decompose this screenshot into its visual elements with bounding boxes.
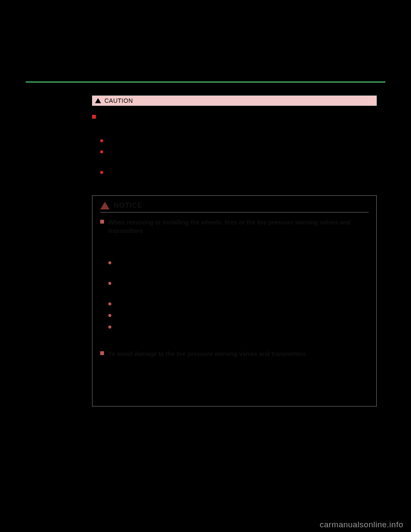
bullet-dot-icon xyxy=(108,326,111,329)
list-item: If any tire pressure warning valve and t… xyxy=(108,323,369,341)
square-bullet-icon xyxy=(100,220,104,224)
header-rule xyxy=(26,81,385,83)
list-item: If a window tint that affects the radio … xyxy=(100,148,377,166)
list-item: When the tire pressure warning valve and… xyxy=(108,312,369,321)
warning-triangle-icon xyxy=(95,98,101,103)
section-head: When removing or installing the wheels, … xyxy=(100,218,369,235)
square-bullet-icon xyxy=(100,351,104,355)
notice-label: NOTICE xyxy=(114,202,142,209)
section-title: To avoid damage to the tire pressure war… xyxy=(108,350,306,359)
bullet-text: If any tire pressure warning valve and t… xyxy=(116,323,369,341)
section-intro: In the following situations, the tire pr… xyxy=(108,238,369,256)
bullet-dot-icon xyxy=(108,261,111,264)
bullet-dot-icon xyxy=(108,282,111,285)
list-item: When a tire pressure warning valve and t… xyxy=(108,259,369,277)
section-head: To avoid damage to the tire pressure war… xyxy=(100,350,369,359)
bullet-dot-icon xyxy=(108,314,111,317)
bullet-list: When a wheel without a tire pressure war… xyxy=(100,137,377,187)
caution-label: CAUTION xyxy=(104,97,133,104)
bullet-text: If a tire pressure warning valve and tra… xyxy=(107,169,377,187)
notice-section-2: To avoid damage to the tire pressure war… xyxy=(100,350,369,397)
notice-box: NOTICE When removing or installing the w… xyxy=(92,195,377,406)
content-column: CAUTION Cautions regarding the use of th… xyxy=(92,96,377,406)
list-item: If a tire pressure warning valve and tra… xyxy=(100,169,377,187)
bullet-dot-icon xyxy=(100,139,103,142)
section-intro: In the following situations, turn the sy… xyxy=(100,125,377,134)
square-bullet-icon xyxy=(92,115,96,119)
bullet-text: If a window tint that affects the radio … xyxy=(107,148,377,166)
bullet-text: When a wheel without a tire pressure war… xyxy=(107,137,300,146)
bullet-text: When the tire pressure warning valve and… xyxy=(116,300,305,309)
list-item: When the tire pressure warning valve and… xyxy=(108,300,369,309)
section-head: Cautions regarding the use of the system xyxy=(92,114,377,122)
bullet-dot-icon xyxy=(108,302,111,305)
notice-triangle-icon xyxy=(100,202,110,209)
bullet-dot-icon xyxy=(100,171,103,174)
bullet-dot-icon xyxy=(100,150,103,153)
section-title: When removing or installing the wheels, … xyxy=(108,218,369,235)
caution-section: Cautions regarding the use of the system… xyxy=(92,114,377,187)
watermark-text: carmanualsonline.info xyxy=(320,520,403,529)
bullet-text: When a tire is removed or installed with… xyxy=(116,280,369,298)
list-item: When a tire is removed or installed with… xyxy=(108,280,369,298)
section-paragraph: When a tire is repaired with liquid seal… xyxy=(108,361,369,397)
list-item: When a wheel without a tire pressure war… xyxy=(100,137,377,146)
bullet-text: When the tire pressure warning valve and… xyxy=(116,312,301,321)
page: CAUTION Cautions regarding the use of th… xyxy=(26,81,385,406)
bullet-text: When a tire pressure warning valve and t… xyxy=(116,259,369,277)
caution-bar: CAUTION xyxy=(92,96,377,106)
bullet-list: When a tire pressure warning valve and t… xyxy=(108,259,369,341)
notice-section-1: When removing or installing the wheels, … xyxy=(100,218,369,341)
section-title: Cautions regarding the use of the system xyxy=(100,114,218,122)
notice-header: NOTICE xyxy=(100,202,369,212)
